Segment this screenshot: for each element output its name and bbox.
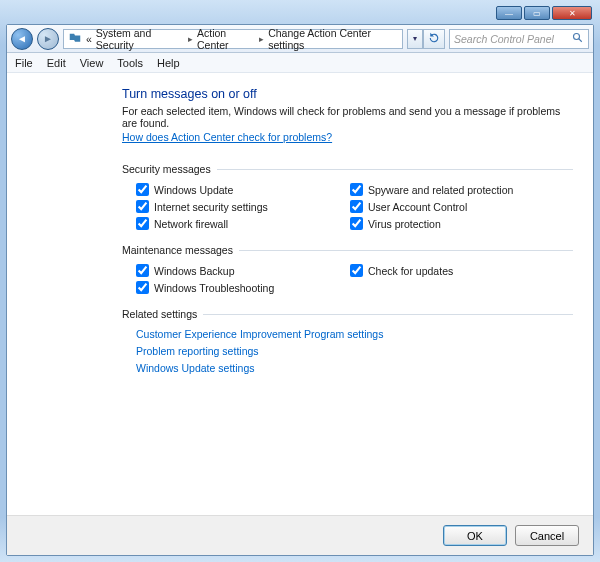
checkbox-windows-backup[interactable]: Windows Backup [136, 264, 336, 277]
svg-line-1 [579, 38, 582, 41]
checkbox-label: Internet security settings [154, 201, 268, 213]
maximize-button[interactable]: ▭ [524, 6, 550, 20]
divider [217, 169, 573, 170]
flag-icon [68, 32, 82, 46]
close-button[interactable]: ✕ [552, 6, 592, 20]
chevron-down-icon: ▾ [413, 34, 417, 43]
menu-file[interactable]: File [15, 57, 33, 69]
checkbox-check-updates[interactable]: Check for updates [350, 264, 550, 277]
minimize-button[interactable]: — [496, 6, 522, 20]
checkbox-input[interactable] [136, 183, 149, 196]
back-button[interactable]: ◄ [11, 28, 33, 50]
page-title: Turn messages on or off [122, 87, 573, 101]
page-intro: For each selected item, Windows will che… [122, 105, 573, 129]
breadcrumb[interactable]: « System and Security ▸ Action Center ▸ … [63, 29, 403, 49]
checkbox-windows-update[interactable]: Windows Update [136, 183, 336, 196]
help-link[interactable]: How does Action Center check for problem… [122, 131, 332, 143]
section-heading-security: Security messages [122, 163, 573, 175]
checkbox-label: Check for updates [368, 265, 453, 277]
search-input[interactable]: Search Control Panel [449, 29, 589, 49]
section-heading-label: Related settings [122, 308, 197, 320]
checkbox-input[interactable] [136, 281, 149, 294]
menu-tools[interactable]: Tools [117, 57, 143, 69]
checkbox-input[interactable] [136, 264, 149, 277]
checkbox-label: Windows Troubleshooting [154, 282, 274, 294]
arrow-right-icon: ► [43, 33, 53, 44]
cancel-button[interactable]: Cancel [515, 525, 579, 546]
chevron-right-icon: ▸ [259, 34, 264, 44]
checkbox-troubleshooting[interactable]: Windows Troubleshooting [136, 281, 336, 294]
section-heading-maintenance: Maintenance messages [122, 244, 573, 256]
breadcrumb-item[interactable]: Action Center [197, 27, 255, 51]
related-links: Customer Experience Improvement Program … [122, 328, 573, 374]
maintenance-checkboxes: Windows Backup Check for updates Windows… [122, 264, 573, 294]
checkbox-input[interactable] [136, 200, 149, 213]
link-ceip[interactable]: Customer Experience Improvement Program … [136, 328, 573, 340]
checkbox-label: Windows Backup [154, 265, 235, 277]
arrow-left-icon: ◄ [17, 33, 27, 44]
chevron-right-icon: ▸ [188, 34, 193, 44]
ok-button[interactable]: OK [443, 525, 507, 546]
section-heading-related: Related settings [122, 308, 573, 320]
location-controls: ▾ [407, 29, 445, 49]
checkbox-label: Windows Update [154, 184, 233, 196]
link-windows-update[interactable]: Windows Update settings [136, 362, 573, 374]
checkbox-input[interactable] [136, 217, 149, 230]
checkbox-label: User Account Control [368, 201, 467, 213]
section-heading-label: Maintenance messages [122, 244, 233, 256]
aero-frame: — ▭ ✕ ◄ ► « System and Security ▸ Action… [0, 0, 600, 562]
checkbox-spyware-protection[interactable]: Spyware and related protection [350, 183, 550, 196]
breadcrumb-item[interactable]: System and Security [96, 27, 184, 51]
forward-button[interactable]: ► [37, 28, 59, 50]
checkbox-network-firewall[interactable]: Network firewall [136, 217, 336, 230]
window: ◄ ► « System and Security ▸ Action Cente… [6, 24, 594, 556]
menu-bar: File Edit View Tools Help [7, 53, 593, 73]
breadcrumb-prefix: « [86, 33, 92, 45]
refresh-button[interactable] [423, 29, 445, 49]
breadcrumb-item[interactable]: Change Action Center settings [268, 27, 398, 51]
divider [203, 314, 573, 315]
link-problem-reporting[interactable]: Problem reporting settings [136, 345, 573, 357]
checkbox-input[interactable] [350, 200, 363, 213]
checkbox-label: Network firewall [154, 218, 228, 230]
content-area: Turn messages on or off For each selecte… [7, 73, 593, 515]
nav-row: ◄ ► « System and Security ▸ Action Cente… [7, 25, 593, 53]
section-heading-label: Security messages [122, 163, 211, 175]
menu-view[interactable]: View [80, 57, 104, 69]
checkbox-virus-protection[interactable]: Virus protection [350, 217, 550, 230]
divider [239, 250, 573, 251]
titlebar: — ▭ ✕ [6, 6, 594, 24]
security-checkboxes: Windows Update Spyware and related prote… [122, 183, 573, 230]
location-dropdown-button[interactable]: ▾ [407, 29, 423, 49]
refresh-icon [428, 32, 440, 46]
checkbox-input[interactable] [350, 217, 363, 230]
search-placeholder: Search Control Panel [454, 33, 554, 45]
button-bar: OK Cancel [7, 515, 593, 555]
menu-edit[interactable]: Edit [47, 57, 66, 69]
menu-help[interactable]: Help [157, 57, 180, 69]
checkbox-input[interactable] [350, 183, 363, 196]
checkbox-internet-security[interactable]: Internet security settings [136, 200, 336, 213]
checkbox-label: Spyware and related protection [368, 184, 513, 196]
checkbox-uac[interactable]: User Account Control [350, 200, 550, 213]
checkbox-label: Virus protection [368, 218, 441, 230]
search-icon [572, 32, 584, 46]
svg-point-0 [574, 33, 580, 39]
checkbox-input[interactable] [350, 264, 363, 277]
